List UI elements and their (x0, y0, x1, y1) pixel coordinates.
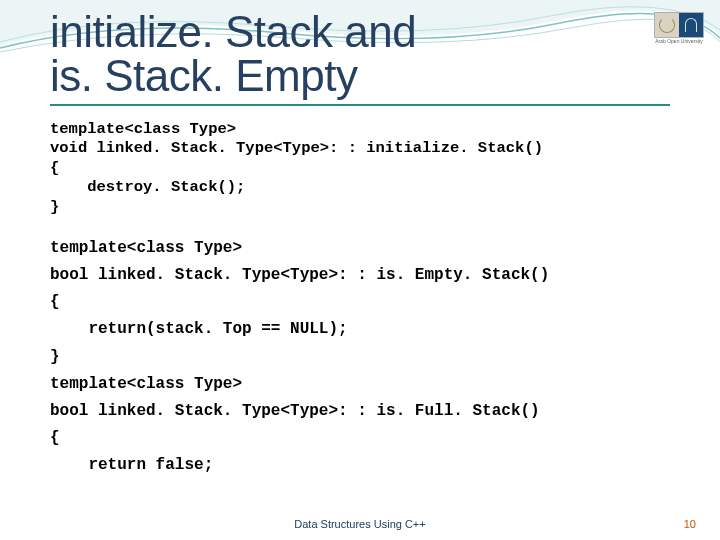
slide-title: initialize. Stack and is. Stack. Empty (50, 10, 670, 98)
title-underline (50, 104, 670, 106)
logo-caption: Arab Open University (654, 39, 704, 45)
title-line-2: is. Stack. Empty (50, 51, 357, 100)
footer-text: Data Structures Using C++ (0, 518, 720, 530)
title-line-1: initialize. Stack and (50, 7, 416, 56)
code-block-isempty-isfull: template<class Type> bool linked. Stack.… (50, 235, 670, 480)
university-logo: Arab Open University (654, 12, 704, 54)
page-number: 10 (684, 518, 696, 530)
code-block-initialize: template<class Type> void linked. Stack.… (50, 120, 670, 217)
